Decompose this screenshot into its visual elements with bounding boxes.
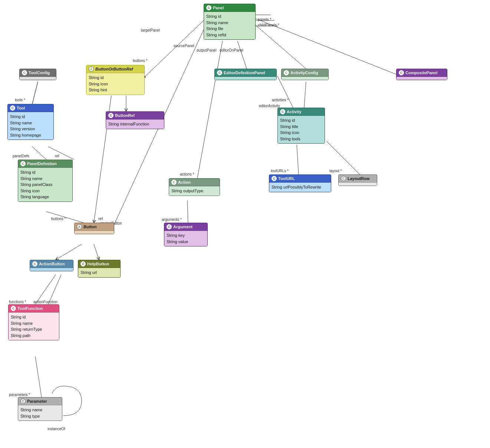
node-lr-body <box>339 183 377 186</box>
badge-lr: C <box>341 176 346 181</box>
badge-ab: C <box>32 261 37 266</box>
node-button-title: Button <box>83 225 96 229</box>
label-buttons-pd: buttons * <box>51 217 66 221</box>
badge-param: C <box>20 399 26 404</box>
node-edp-title: EditorDefinitionPanel <box>224 71 265 75</box>
node-tool-body: String idString nameString versionString… <box>8 112 53 140</box>
label-panels: panels * <box>258 17 271 22</box>
label-layout: layout * <box>329 169 342 173</box>
node-helpbutton[interactable]: C HelpButton String url <box>78 260 121 278</box>
badge-bbr: A <box>89 66 94 72</box>
node-actionbutton[interactable]: C ActionButton <box>30 260 73 271</box>
node-tf-body: String idString nameString returnTypeStr… <box>9 313 59 340</box>
node-action[interactable]: C Action String outputType <box>169 178 220 196</box>
badge-act: C <box>280 109 285 114</box>
svg-line-21 <box>304 82 306 108</box>
node-ab-body <box>30 268 73 271</box>
svg-line-18 <box>35 356 42 397</box>
node-br-title: ButtonRef <box>115 113 135 118</box>
diagram-container: panels * childPanels * targetPanel sourc… <box>0 0 490 448</box>
node-activityconfig[interactable]: C ActivityConfig <box>281 69 329 80</box>
node-ab-title: ActionButton <box>39 262 65 266</box>
label-actions: actions * <box>180 172 194 176</box>
node-compositepanel[interactable]: C CompositePanel <box>396 69 447 80</box>
label-editoractivity: editorActivity <box>259 104 280 108</box>
node-panel[interactable]: C Panel String idString nameString fileS… <box>204 4 256 40</box>
badge-br: C <box>108 113 114 118</box>
node-bbr-body: String idString iconString hint <box>86 73 144 95</box>
label-ref-btn: ref <box>98 217 103 221</box>
node-hb-body: String url <box>78 268 120 277</box>
svg-line-6 <box>256 19 401 76</box>
node-toolurl[interactable]: C ToolURL String urlPossiblyToRewrite <box>269 174 331 192</box>
node-arg-title: Argument <box>173 225 193 229</box>
node-param-title: Parameter <box>27 399 47 403</box>
svg-line-10 <box>32 147 46 160</box>
badge-action: C <box>171 180 177 185</box>
label-outputpanel: outputPanel <box>197 48 216 52</box>
node-panel-title: Panel <box>213 6 224 10</box>
label-sourcepanel: sourcePanel <box>174 44 194 48</box>
badge-pd: C <box>20 161 26 166</box>
svg-line-5 <box>252 22 306 69</box>
node-panel-body: String idString nameString fileString re… <box>204 12 255 39</box>
node-ac-title: ActivityConfig <box>290 71 318 75</box>
node-button[interactable]: A Button <box>74 223 114 234</box>
svg-line-13 <box>112 30 204 228</box>
node-buttonorbuttonref[interactable]: A ButtonOrButtonRef String idString icon… <box>86 65 145 95</box>
node-tool-title: Tool <box>17 106 25 110</box>
svg-line-19 <box>197 41 223 178</box>
node-act-title: Activity <box>287 109 302 114</box>
connections-svg <box>0 0 490 448</box>
badge-tf: C <box>11 306 16 311</box>
node-activity[interactable]: C Activity String idString titleString i… <box>277 108 325 144</box>
node-buttonref[interactable]: C ButtonRef String internalFunction <box>106 111 164 129</box>
label-editoronpanel: editorOnPanel <box>220 48 243 52</box>
node-toolconfig-body <box>20 77 56 80</box>
label-toolurls: toolURLs * <box>271 169 289 173</box>
badge-tu: C <box>272 176 277 181</box>
node-arg-body: String keyString value <box>164 231 207 246</box>
node-editordefpanel[interactable]: C EditorDefinitionPanel <box>214 69 277 80</box>
svg-line-22 <box>297 145 299 174</box>
node-pd-title: PanelDefinition <box>27 161 57 166</box>
label-activities: activities * <box>272 98 289 102</box>
svg-line-25 <box>32 82 38 104</box>
node-cp-body <box>397 77 447 80</box>
node-tool[interactable]: C Tool String idString nameString versio… <box>7 104 54 140</box>
badge-toolconfig: C <box>22 70 27 75</box>
node-bbr-title: ButtonOrButtonRef <box>95 67 133 71</box>
node-argument[interactable]: C Argument String keyString value <box>164 223 208 246</box>
label-instanceof: instanceOf <box>47 427 65 431</box>
node-br-body: String internalFunction <box>106 120 164 129</box>
node-lr-title: LayoutRow <box>348 176 369 181</box>
label-arguments: arguments * <box>162 218 182 222</box>
svg-line-11 <box>48 147 74 160</box>
node-act-body: String idString titleString iconString t… <box>278 116 325 143</box>
node-toolfunction[interactable]: C ToolFunction String idString nameStrin… <box>8 304 59 340</box>
node-edp-body <box>215 77 276 80</box>
badge-cp: C <box>399 70 404 75</box>
node-hb-title: HelpButton <box>87 262 109 266</box>
node-action-body: String outputType <box>169 186 220 196</box>
node-button-body <box>75 231 114 234</box>
node-action-title: Action <box>178 180 191 184</box>
label-buttons-panel: buttons * <box>133 59 147 63</box>
node-cp-title: CompositePanel <box>405 71 437 75</box>
label-functions: functions * <box>9 300 26 304</box>
node-toolconfig-title: ToolConfig <box>29 71 50 75</box>
node-layoutrow[interactable]: C LayoutRow <box>338 174 377 186</box>
node-paneldefinition[interactable]: C PanelDefinition String idString nameSt… <box>18 160 73 202</box>
badge-button: A <box>77 224 82 229</box>
node-toolconfig[interactable]: C ToolConfig <box>19 69 56 80</box>
badge-panel: C <box>206 5 211 10</box>
label-paneldefs: panelDefs <box>13 154 29 158</box>
badge-ac: C <box>284 70 289 75</box>
node-param-body: String nameString type <box>18 405 62 421</box>
label-childpanels: childPanels * <box>258 23 279 27</box>
badge-hb: C <box>80 261 86 266</box>
node-parameter[interactable]: C Parameter String nameString type <box>18 397 62 421</box>
label-ref-pd: ref <box>55 154 59 158</box>
badge-arg: C <box>167 224 172 229</box>
label-parameters: parameters * <box>9 393 30 397</box>
